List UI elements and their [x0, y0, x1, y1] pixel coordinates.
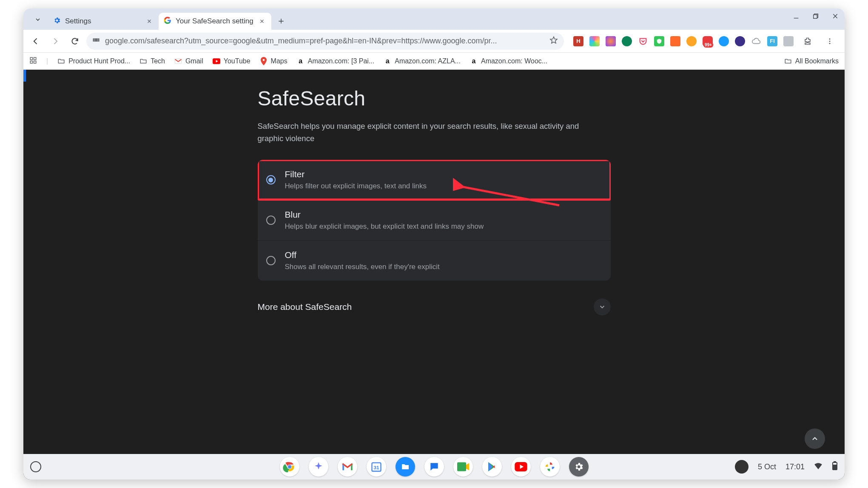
extension-icon[interactable] [735, 36, 745, 46]
svg-rect-27 [834, 462, 836, 462]
settings-icon[interactable] [569, 457, 589, 477]
files-icon[interactable] [396, 457, 415, 477]
svg-point-20 [288, 465, 291, 468]
cloud-icon[interactable] [751, 36, 761, 46]
svg-point-8 [829, 43, 831, 44]
svg-rect-28 [834, 465, 836, 469]
tab-title: Your SafeSearch setting [176, 17, 253, 26]
svg-point-6 [829, 38, 831, 40]
new-tab-button[interactable]: ＋ [274, 14, 288, 28]
extensions-row: H 99+ FI [567, 33, 840, 49]
tab-title: Settings [65, 17, 91, 26]
photos-icon[interactable] [540, 457, 560, 477]
extension-icon[interactable]: H [573, 36, 583, 46]
extension-icon[interactable] [606, 36, 616, 46]
amazon-icon: a [470, 57, 478, 65]
svg-point-15 [262, 59, 265, 61]
close-tab-button[interactable] [258, 17, 266, 26]
bookmark-item[interactable]: aAmazon.com: [3 Pai... [297, 57, 375, 65]
extension-icon[interactable] [686, 36, 697, 46]
all-bookmarks-button[interactable]: All Bookmarks [784, 57, 839, 65]
bookmark-item[interactable]: Product Hunt Prod... [57, 57, 130, 65]
extension-icon[interactable] [670, 36, 680, 46]
user-avatar[interactable] [735, 460, 748, 474]
bookmark-item[interactable]: Maps [260, 57, 287, 65]
extension-icon[interactable] [589, 36, 600, 46]
close-tab-button[interactable] [145, 17, 154, 26]
bookmarks-bar: | Product Hunt Prod... Tech Gmail YouTub… [23, 53, 845, 70]
chrome-menu-button[interactable] [822, 33, 838, 49]
svg-rect-10 [34, 57, 36, 60]
gmail-icon [174, 57, 182, 65]
option-subtitle: Helps filter out explicit images, text a… [285, 182, 427, 190]
safesearch-options: Filter Helps filter out explicit images,… [258, 160, 611, 281]
folder-icon [139, 57, 147, 65]
shelf-time[interactable]: 17:01 [785, 462, 805, 471]
tab-settings[interactable]: Settings [48, 13, 159, 30]
svg-rect-9 [30, 57, 32, 60]
svg-rect-5 [97, 40, 99, 41]
gear-icon [53, 17, 61, 26]
expand-button[interactable] [594, 298, 611, 315]
tab-search-button[interactable] [30, 12, 46, 27]
amazon-icon: a [297, 57, 305, 65]
extension-icon[interactable]: 99+ [703, 36, 713, 46]
bookmark-item[interactable]: aAmazon.com: Wooc... [470, 57, 547, 65]
toolbar: google.com/safesearch?utm_source=google&… [23, 30, 845, 53]
messages-icon[interactable] [424, 457, 444, 477]
forward-button[interactable] [47, 33, 63, 49]
option-filter[interactable]: Filter Helps filter out explicit images,… [258, 160, 611, 200]
calendar-icon[interactable]: 31 [367, 457, 386, 477]
more-about-row[interactable]: More about SafeSearch [258, 298, 611, 315]
extension-icon[interactable] [654, 36, 664, 46]
bookmark-item[interactable]: YouTube [213, 57, 250, 65]
svg-rect-2 [93, 39, 96, 40]
tab-safesearch[interactable]: Your SafeSearch setting [159, 13, 271, 30]
bookmark-star-icon[interactable] [549, 36, 558, 46]
apps-grid-icon[interactable] [29, 57, 37, 66]
folder-icon [57, 57, 65, 65]
wifi-icon[interactable] [814, 462, 822, 471]
bookmark-item[interactable]: aAmazon.com: AZLA... [384, 57, 461, 65]
battery-icon[interactable] [832, 461, 838, 473]
option-subtitle: Shows all relevant results, even if they… [285, 263, 440, 271]
extensions-puzzle-icon[interactable] [800, 33, 816, 49]
svg-point-7 [829, 40, 831, 42]
selection-edge [23, 70, 26, 82]
svg-rect-12 [34, 61, 36, 63]
site-info-icon[interactable] [92, 36, 100, 46]
youtube-icon[interactable] [511, 457, 531, 477]
pocket-icon[interactable] [638, 36, 648, 46]
back-button[interactable] [28, 33, 44, 49]
youtube-icon [213, 57, 220, 65]
extension-icon[interactable] [719, 36, 729, 46]
meet-icon[interactable] [453, 457, 473, 477]
chrome-icon[interactable] [280, 457, 299, 477]
play-store-icon[interactable] [482, 457, 502, 477]
option-blur[interactable]: Blur Helps blur explicit images, but exp… [258, 200, 611, 240]
option-title: Filter [285, 169, 427, 179]
extension-icon[interactable] [783, 36, 794, 46]
tab-strip: Settings Your SafeSearch setting ＋ [23, 9, 845, 30]
extension-icon[interactable]: FI [767, 36, 777, 46]
bookmark-item[interactable]: Tech [139, 57, 165, 65]
extension-icon[interactable] [622, 36, 632, 46]
address-bar[interactable]: google.com/safesearch?utm_source=google&… [86, 33, 564, 50]
gmail-icon[interactable] [338, 457, 357, 477]
restore-button[interactable] [810, 10, 822, 22]
svg-rect-3 [93, 40, 96, 41]
option-off[interactable]: Off Shows all relevant results, even if … [258, 240, 611, 281]
assistant-icon[interactable] [309, 457, 328, 477]
radio-unselected-icon [266, 216, 276, 225]
url-text: google.com/safesearch?utm_source=google&… [105, 37, 544, 45]
bookmark-item[interactable]: Gmail [174, 57, 203, 65]
option-title: Off [285, 250, 440, 260]
maps-icon [260, 57, 268, 65]
scroll-to-top-button[interactable] [805, 428, 825, 449]
shelf-date[interactable]: 5 Oct [758, 462, 776, 471]
radio-selected-icon [266, 175, 276, 184]
minimize-button[interactable] [790, 10, 802, 22]
launcher-button[interactable] [30, 461, 41, 472]
reload-button[interactable] [67, 33, 83, 49]
close-window-button[interactable] [829, 10, 841, 22]
